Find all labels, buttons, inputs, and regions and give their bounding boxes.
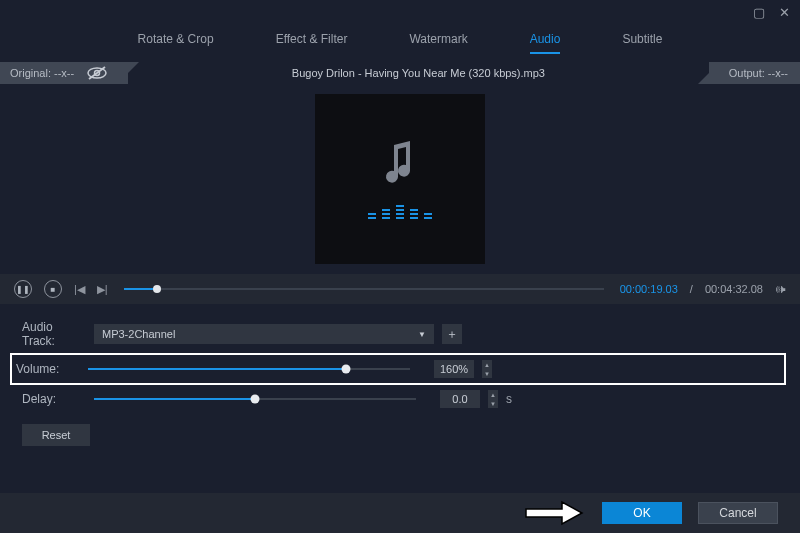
tab-watermark[interactable]: Watermark xyxy=(409,32,467,54)
dialog-footer: OK Cancel xyxy=(0,493,800,533)
audio-track-select[interactable]: MP3-2Channel ▼ xyxy=(94,324,434,344)
delay-label: Delay: xyxy=(22,392,86,406)
audio-track-value: MP3-2Channel xyxy=(102,328,175,340)
next-frame-button[interactable]: ▶| xyxy=(97,283,108,296)
cancel-button[interactable]: Cancel xyxy=(698,502,778,524)
volume-icon[interactable]: 🕪 xyxy=(775,283,786,295)
tab-rotate-crop[interactable]: Rotate & Crop xyxy=(138,32,214,54)
current-filename: Bugoy Drilon - Having You Near Me (320 k… xyxy=(128,67,709,79)
stepper-down-icon: ▼ xyxy=(490,401,496,407)
delay-slider[interactable] xyxy=(94,398,416,400)
audio-settings: Audio Track: MP3-2Channel ▼ ＋ Volume: 16… xyxy=(0,304,800,446)
reset-button[interactable]: Reset xyxy=(22,424,90,446)
chevron-down-icon: ▼ xyxy=(418,330,426,339)
info-output: Output: --x-- xyxy=(709,62,800,84)
tab-subtitle[interactable]: Subtitle xyxy=(622,32,662,54)
music-note-icon xyxy=(380,139,420,187)
volume-slider[interactable] xyxy=(88,368,410,370)
audio-artwork xyxy=(315,94,485,264)
tab-audio[interactable]: Audio xyxy=(530,32,561,54)
time-total: 00:04:32.08 xyxy=(705,283,763,295)
equalizer-icon xyxy=(368,205,432,219)
stepper-down-icon: ▼ xyxy=(484,371,490,377)
audio-track-row: Audio Track: MP3-2Channel ▼ ＋ xyxy=(22,320,778,348)
volume-stepper[interactable]: ▲ ▼ xyxy=(482,360,492,378)
time-separator: / xyxy=(690,283,693,295)
editor-tabs: Rotate & Crop Effect & Filter Watermark … xyxy=(0,24,800,62)
audio-track-label: Audio Track: xyxy=(22,320,86,348)
info-original: Original: --x-- xyxy=(0,62,128,84)
stepper-up-icon: ▲ xyxy=(484,362,490,368)
delay-value[interactable]: 0.0 xyxy=(440,390,480,408)
preview-area xyxy=(0,84,800,274)
window-titlebar: ▢ ✕ xyxy=(0,0,800,24)
original-dimensions: Original: --x-- xyxy=(10,67,74,79)
volume-row: Volume: 160% ▲ ▼ xyxy=(10,353,786,385)
prev-frame-button[interactable]: |◀ xyxy=(74,283,85,296)
ok-button[interactable]: OK xyxy=(602,502,682,524)
time-current: 00:00:19.03 xyxy=(620,283,678,295)
volume-value[interactable]: 160% xyxy=(434,360,474,378)
close-icon[interactable]: ✕ xyxy=(779,5,790,20)
stop-button[interactable]: ■ xyxy=(44,280,62,298)
timeline-slider[interactable] xyxy=(124,288,604,290)
tab-effect-filter[interactable]: Effect & Filter xyxy=(276,32,348,54)
maximize-icon[interactable]: ▢ xyxy=(753,5,765,20)
preview-hidden-icon[interactable] xyxy=(86,66,108,80)
add-track-button[interactable]: ＋ xyxy=(442,324,462,344)
delay-unit: s xyxy=(506,392,512,406)
volume-label: Volume: xyxy=(16,362,80,376)
output-dimensions: Output: --x-- xyxy=(729,67,788,79)
stepper-up-icon: ▲ xyxy=(490,392,496,398)
player-bar: ❚❚ ■ |◀ ▶| 00:00:19.03/00:04:32.08 🕪 xyxy=(0,274,800,304)
info-bar: Original: --x-- Bugoy Drilon - Having Yo… xyxy=(0,62,800,84)
delay-row: Delay: 0.0 ▲ ▼ s xyxy=(22,390,778,408)
pause-button[interactable]: ❚❚ xyxy=(14,280,32,298)
delay-stepper[interactable]: ▲ ▼ xyxy=(488,390,498,408)
